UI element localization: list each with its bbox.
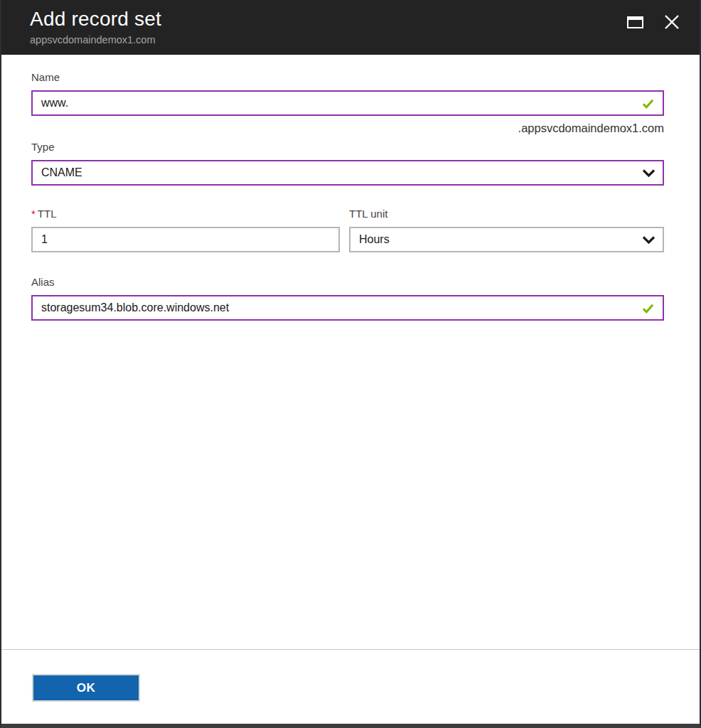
ttl-label-text: TTL xyxy=(38,208,57,220)
alias-input[interactable] xyxy=(41,301,641,314)
ttl-unit-label: TTL unit xyxy=(349,208,664,220)
type-select[interactable]: CNAME xyxy=(31,160,664,186)
domain-suffix-text: .appsvcdomaindemox1.com xyxy=(31,121,664,135)
ok-button[interactable]: OK xyxy=(32,674,140,702)
add-record-set-blade: Add record set appsvcdomaindemox1.com Na… xyxy=(0,0,701,728)
required-asterisk: * xyxy=(31,208,36,220)
alias-input-wrapper xyxy=(31,295,664,321)
ttl-unit-selected-value: Hours xyxy=(359,233,390,246)
page-subtitle: appsvcdomaindemox1.com xyxy=(30,33,161,47)
type-label: Type xyxy=(31,141,664,154)
blade-header: Add record set appsvcdomaindemox1.com xyxy=(1,0,700,55)
name-label: Name xyxy=(31,71,664,84)
restore-window-icon xyxy=(627,16,643,28)
alias-label: Alias xyxy=(31,276,664,289)
name-input[interactable] xyxy=(41,97,641,109)
ttl-input[interactable] xyxy=(41,233,331,246)
close-icon xyxy=(663,14,680,31)
valid-check-icon xyxy=(641,301,655,316)
blade-footer: OK xyxy=(1,649,700,724)
restore-window-button[interactable] xyxy=(624,13,646,31)
blade-titles: Add record set appsvcdomaindemox1.com xyxy=(30,7,161,47)
ttl-field: *TTL xyxy=(31,208,340,252)
type-selected-value: CNAME xyxy=(41,166,82,179)
ttl-input-wrapper xyxy=(31,227,340,252)
page-title: Add record set xyxy=(30,7,161,31)
chevron-down-icon xyxy=(642,235,655,245)
valid-check-icon xyxy=(641,96,655,111)
header-icons xyxy=(624,13,683,31)
record-set-form: Name .appsvcdomaindemox1.com Type CNAME … xyxy=(1,55,700,649)
ttl-row: *TTL TTL unit Hours xyxy=(31,208,664,252)
chevron-down-icon xyxy=(642,168,655,178)
close-button[interactable] xyxy=(661,13,683,31)
ttl-unit-select[interactable]: Hours xyxy=(349,227,664,252)
ttl-unit-field: TTL unit Hours xyxy=(349,208,664,252)
name-input-wrapper xyxy=(31,90,664,116)
ttl-label: *TTL xyxy=(31,208,340,220)
